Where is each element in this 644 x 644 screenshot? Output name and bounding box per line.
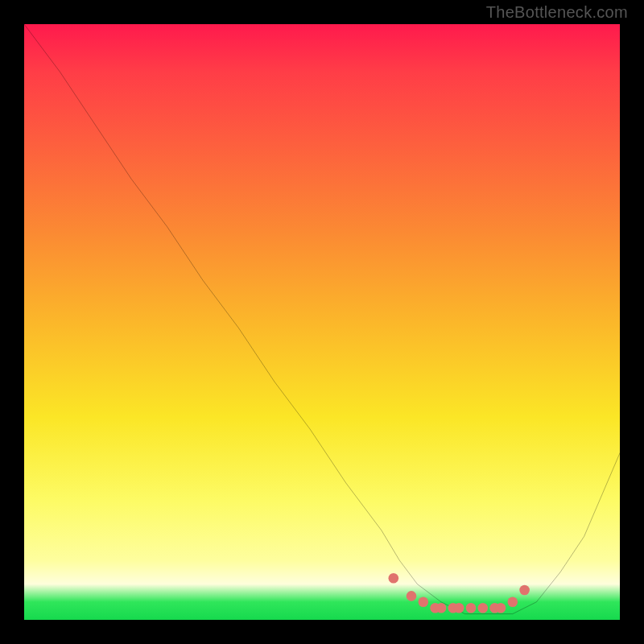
highlight-dot [466,603,477,613]
plot-area [24,24,620,620]
highlight-dot [389,573,399,584]
highlight-dot [419,597,429,608]
highlight-dot [508,597,518,608]
watermark-text: TheBottleneck.com [486,3,628,22]
chart-frame: TheBottleneck.com [0,0,644,644]
highlight-dots-group [389,573,530,613]
highlight-dot [519,585,530,596]
bottleneck-curve-path [24,24,620,614]
highlight-dot [407,591,417,601]
highlight-dot [478,603,489,613]
curve-svg [24,24,620,620]
highlight-dot [454,603,464,613]
highlight-dot [436,603,447,613]
highlight-dot [496,603,506,613]
